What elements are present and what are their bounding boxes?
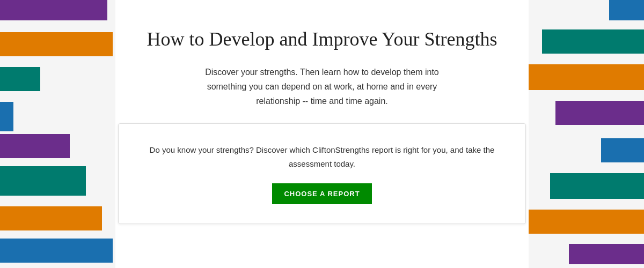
decorative-bar — [0, 166, 86, 196]
decorative-bar — [555, 101, 644, 125]
page-subtitle: Discover your strengths. Then learn how … — [188, 65, 456, 109]
decorative-bar — [529, 210, 644, 234]
decorative-bar — [0, 134, 70, 158]
decorative-bar — [0, 0, 107, 20]
decorative-bar — [609, 0, 644, 20]
decorative-bar — [550, 173, 644, 199]
decorative-bar — [0, 32, 113, 56]
page-title: How to Develop and Improve Your Strength… — [147, 27, 497, 52]
decorative-bar — [601, 138, 644, 162]
decorative-bar — [542, 29, 644, 54]
cta-description: Do you know your strengths? Discover whi… — [140, 143, 504, 170]
decorative-bar — [526, 64, 644, 90]
main-content-area: How to Develop and Improve Your Strength… — [145, 0, 499, 268]
choose-report-button[interactable]: CHOOSE A REPORT — [272, 183, 371, 204]
decorative-bar — [569, 244, 644, 264]
decorative-bar — [0, 102, 13, 131]
decorative-bar — [0, 239, 113, 263]
cta-card: Do you know your strengths? Discover whi… — [118, 123, 526, 224]
decorative-bar — [0, 67, 40, 91]
page-wrapper: How to Develop and Improve Your Strength… — [0, 0, 644, 268]
decorative-bar — [0, 206, 102, 230]
